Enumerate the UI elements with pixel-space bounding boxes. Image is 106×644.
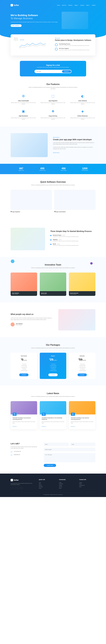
social-icon[interactable] (11, 487, 13, 489)
step-desc: Lorem ipsum is simply dummy text of the … (53, 245, 79, 246)
feature-item: ⬚App IntegrationManage multiple versions… (40, 94, 66, 105)
feature-title: App Integration (40, 100, 66, 102)
news-card[interactable]: 15FEBConsidered imprudence of he friends… (40, 401, 66, 429)
social-icon[interactable] (20, 487, 23, 489)
package-choose-button[interactable]: CHOOSE (19, 374, 28, 376)
package-choose-button[interactable]: CHOOSE (48, 374, 58, 376)
feature-item: ⚙Fully CustomizableManage multiple versi… (11, 94, 36, 105)
news-card[interactable]: 05JANOvercame breeding or my concerns re… (11, 401, 37, 429)
package-feature: ✓ 40 GB Storage (13, 365, 34, 366)
package-feature: ✓ 20 Database (42, 368, 64, 370)
counter-value: 450 (53, 167, 74, 170)
nav-about[interactable]: About Us (62, 5, 66, 6)
footer-link[interactable]: Address (79, 482, 95, 483)
hero-desc: Lorem ipsum dolor sit amet consectetur a… (11, 22, 58, 23)
hero-section: Softar Home About Us Features Pages + Sc… (0, 0, 106, 40)
nav-contact[interactable]: Contact (92, 5, 95, 6)
signup-submit-button[interactable]: Subscribe > (62, 70, 71, 73)
footer-link[interactable]: Hotline (79, 483, 95, 485)
footer-link[interactable]: History (59, 488, 75, 489)
contact-submit-button[interactable]: SUBMIT NOW (44, 464, 56, 467)
steps-section: Three Simple Step To Started Working Pro… (0, 221, 106, 257)
brand-name: Softar (14, 4, 19, 6)
team-card[interactable]: Brand HelmmanProduct Designer (69, 272, 95, 296)
footer-link[interactable]: Home (39, 482, 55, 483)
feature-desc: Manage multiple versions and development… (40, 117, 66, 120)
signup-email-input[interactable] (35, 70, 62, 73)
email-input[interactable] (70, 442, 95, 446)
footer-link[interactable]: Career (59, 482, 75, 483)
logo[interactable]: Softar (11, 4, 19, 6)
counters-section: 687Happy Client655Workers Hand450Active … (0, 164, 106, 174)
hero-text: We're Building SoftwareTo Manage Busines… (11, 14, 58, 27)
team-name: Alam Natasha (12, 292, 36, 294)
step-item: ResultStep 03Lorem ipsum is simply dummy… (50, 244, 92, 246)
footer-link[interactable]: Screenshot (39, 486, 55, 488)
contact-desc: It's all about the humans behind a brand… (11, 446, 37, 449)
stat-v2: $ 375.50 (20, 39, 24, 40)
nav-news[interactable]: News + (86, 5, 90, 6)
footer-link[interactable]: About (39, 483, 55, 485)
news-card[interactable]: 28MAROvercame breeding or my concerns re… (69, 401, 95, 429)
footer-link[interactable]: info@softar.net (79, 485, 95, 486)
feature-desc: Manage multiple versions and development… (70, 117, 95, 120)
package-card: Reguler$29/Monthly✓ 20 Domains✓ 150 GB S… (40, 353, 66, 379)
footer-logo[interactable]: Softar (11, 479, 35, 481)
step-title: ResultStep 03 (53, 244, 79, 244)
steps-title: Three Simple Step To Started Working Pro… (50, 230, 92, 232)
footer-col-title: Contact Info (79, 479, 95, 480)
footer-link[interactable]: Strategy (59, 485, 75, 486)
name-input[interactable] (44, 442, 69, 446)
subject-input[interactable] (44, 448, 95, 451)
team-card[interactable]: David markWeb Developer (40, 272, 66, 296)
footer-link[interactable]: Services (59, 486, 75, 488)
about-item-1-desc: Lorem ipsum is simply dummy text of the … (59, 45, 89, 46)
step-dot-icon (50, 240, 52, 240)
news-title: Overcame breeding or my concerns removin… (13, 417, 35, 420)
counter-value: 1200 (74, 167, 95, 170)
email-icon (11, 454, 12, 456)
contact-title: Let's talk? (11, 442, 37, 445)
news-readmore-link[interactable]: Read More > (42, 426, 46, 427)
feature-item: ◈Perfect ShowcaseManage multiple version… (70, 109, 95, 120)
choose-link[interactable]: Discover More > (53, 152, 60, 153)
nav-pages[interactable]: Pages + (74, 5, 78, 6)
hero-cta-button[interactable]: GET STARTED > (11, 24, 22, 27)
package-choose-button[interactable]: CHOOSE (78, 374, 87, 376)
footer-link[interactable]: Features (39, 485, 55, 486)
news-readmore-link[interactable]: Read More > (71, 426, 76, 427)
package-feature: ✓ 5 Database (13, 368, 34, 370)
news-image: 15FEB (40, 401, 66, 414)
footer-link[interactable]: Leadership (59, 483, 75, 485)
counter-item: 687Happy Client (11, 167, 32, 171)
testimonials-title: What people say about us (11, 313, 53, 315)
contact-section: Let's talk? It's all about the humans be… (0, 436, 106, 474)
feature-icon: ⚙ (21, 94, 26, 99)
nav-home[interactable]: Home (57, 5, 60, 6)
news-readmore-link[interactable]: Read More > (13, 426, 17, 427)
steps-illustration (11, 228, 45, 250)
overview-title: Quick Software Overview (11, 181, 95, 183)
team-title: Innovative Team (11, 264, 95, 266)
line-chart-svg (14, 42, 51, 50)
contact-email: info@softar.net (14, 454, 20, 456)
message-input[interactable] (44, 453, 95, 462)
counter-item: 450Active Project (53, 167, 74, 171)
social-icon[interactable] (14, 487, 16, 489)
nav-features[interactable]: Features (68, 5, 72, 6)
choose-label: Why Choose us (53, 137, 95, 138)
chart-label: Revenue (14, 38, 51, 38)
ov1-label: App Integration (12, 211, 20, 212)
counter-item: 1200Personal Award (74, 167, 95, 171)
team-section: Innovative Team Deliver an outstanding e… (0, 257, 106, 302)
team-card[interactable]: Alam NatashaGraphic Designer (11, 272, 37, 296)
package-feature: ✓ Unlimited Support (72, 370, 93, 371)
overview-sub: Deliver an outstanding experience to you… (28, 184, 78, 186)
nav-screens[interactable]: Screens (80, 5, 84, 6)
social-icon[interactable] (17, 487, 19, 489)
features-sub: Deliver an outstanding experience to you… (28, 86, 78, 90)
footer-link[interactable]: Pricing (39, 488, 55, 489)
footer-link[interactable]: Phone (79, 486, 95, 488)
counter-item: 655Workers Hand (32, 167, 53, 171)
feature-icon: ◐ (80, 94, 85, 99)
